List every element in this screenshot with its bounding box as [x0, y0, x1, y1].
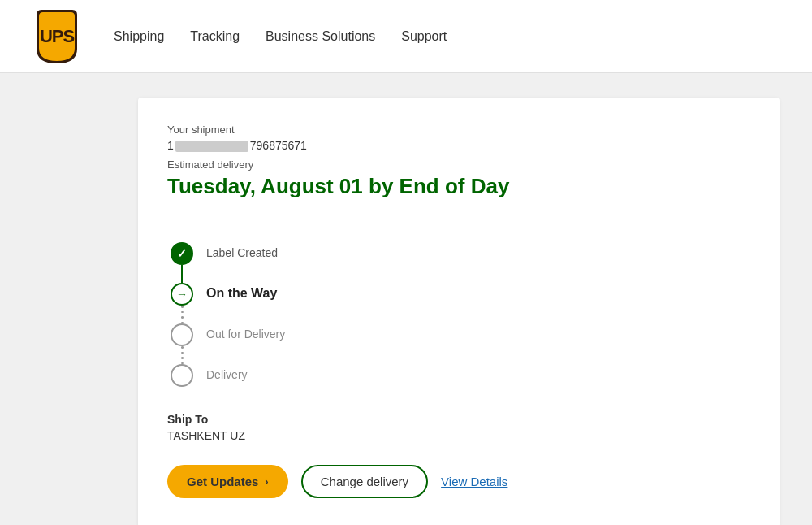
dot-1 — [181, 306, 184, 308]
get-updates-button[interactable]: Get Updates › — [167, 465, 288, 498]
ship-to-label: Ship To — [167, 413, 750, 426]
timeline-left-on-the-way: → — [167, 283, 197, 323]
tracking-card: Your shipment 1 796875671 Estimated deli… — [138, 98, 780, 525]
estimated-label: Estimated delivery — [167, 158, 750, 171]
timeline-delivery-text: Delivery — [206, 368, 248, 381]
get-updates-label: Get Updates — [187, 475, 258, 488]
dot-2 — [181, 311, 184, 314]
tracking-number: 1 796875671 — [167, 139, 750, 152]
chevron-right-icon: › — [265, 475, 268, 488]
dot-7 — [181, 357, 184, 359]
dot-3 — [181, 316, 184, 319]
ups-logo-icon: UPS — [32, 8, 81, 65]
connector-dots-2 — [181, 346, 184, 364]
timeline-item-out-for-delivery: Out for Delivery — [167, 323, 750, 364]
tracking-prefix: 1 — [167, 139, 174, 152]
view-details-label: View Details — [441, 475, 508, 488]
tracking-timeline: ✓ Label Created → — [167, 242, 750, 387]
button-row: Get Updates › Change delivery View Detai… — [167, 465, 750, 498]
shipment-label: Your shipment — [167, 124, 750, 136]
timeline-item-delivery: Delivery — [167, 364, 750, 387]
divider — [167, 219, 750, 219]
timeline-left-label-created: ✓ — [167, 242, 197, 283]
nav-support[interactable]: Support — [401, 29, 447, 44]
dot-6 — [181, 352, 184, 354]
connector-dots-1 — [181, 306, 184, 323]
svg-text:UPS: UPS — [40, 26, 75, 46]
tracking-suffix: 796875671 — [250, 139, 307, 152]
dot-5 — [181, 346, 184, 349]
timeline-on-the-way-text: On the Way — [206, 286, 277, 300]
nav-shipping[interactable]: Shipping — [114, 29, 164, 44]
timeline-left-delivery — [167, 364, 197, 387]
timeline-icon-inactive-2 — [171, 364, 193, 387]
connector-solid-1 — [181, 265, 183, 283]
timeline-icon-active: → — [171, 283, 193, 306]
arrow-icon: → — [176, 288, 188, 301]
nav-business-solutions[interactable]: Business Solutions — [266, 29, 375, 44]
nav-tracking[interactable]: Tracking — [190, 29, 240, 44]
timeline-label-created-text: Label Created — [206, 246, 278, 259]
timeline-icon-completed: ✓ — [171, 242, 193, 265]
ups-logo-container[interactable]: UPS — [32, 8, 81, 65]
timeline-icon-inactive-1 — [171, 323, 193, 346]
timeline-item-on-the-way: → On the Way — [167, 283, 750, 323]
view-details-button[interactable]: View Details — [441, 475, 508, 488]
sidebar — [32, 98, 138, 525]
main-content: Your shipment 1 796875671 Estimated deli… — [0, 73, 812, 525]
timeline-text-label-created: Label Created — [197, 242, 278, 260]
timeline-text-on-the-way: On the Way — [197, 283, 277, 301]
tracking-redacted — [175, 141, 248, 152]
header: UPS Shipping Tracking Business Solutions… — [0, 0, 812, 73]
timeline-text-delivery: Delivery — [197, 364, 248, 382]
timeline-text-out-for-delivery: Out for Delivery — [197, 323, 285, 341]
delivery-date: Tuesday, August 01 by End of Day — [167, 174, 750, 199]
timeline-out-for-delivery-text: Out for Delivery — [206, 328, 285, 341]
timeline-left-out-for-delivery — [167, 323, 197, 364]
change-delivery-label: Change delivery — [321, 475, 408, 488]
check-icon: ✓ — [177, 247, 187, 260]
ship-to-value: TASHKENT UZ — [167, 429, 750, 442]
change-delivery-button[interactable]: Change delivery — [301, 465, 428, 498]
timeline-item-label-created: ✓ Label Created — [167, 242, 750, 283]
main-nav: Shipping Tracking Business Solutions Sup… — [114, 29, 447, 44]
